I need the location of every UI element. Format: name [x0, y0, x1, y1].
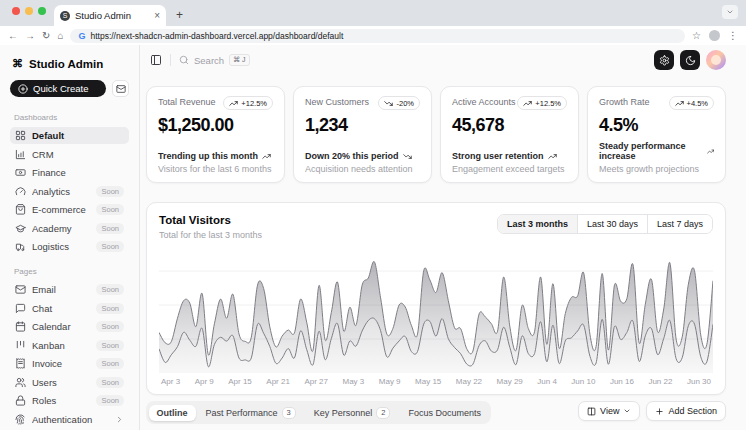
search-shortcut-kbd: ⌘ J [229, 54, 249, 66]
new-tab-button[interactable]: + [166, 8, 193, 26]
browser-tab[interactable]: S Studio Admin × [54, 5, 166, 26]
back-icon[interactable]: ← [8, 31, 18, 41]
x-tick: May 3 [342, 377, 364, 386]
sidebar-item-label: Chat [32, 303, 90, 314]
trend-delta: -20% [396, 99, 414, 108]
view-button[interactable]: View [578, 401, 640, 421]
sidebar-item-kanban[interactable]: Kanban Soon [10, 337, 129, 354]
search-placeholder: Search [194, 55, 224, 66]
range-last-30-days[interactable]: Last 30 days [577, 215, 647, 233]
settings-button[interactable] [654, 50, 674, 70]
stat-card-total-revenue: Total Revenue +12.5% $1,250.00 Trending … [146, 86, 285, 183]
stat-footer-title: Steady performance increase [599, 141, 703, 161]
sidebar-item-ecommerce[interactable]: E-commerce Soon [10, 201, 129, 218]
moon-icon [685, 55, 696, 66]
brand[interactable]: ⌘ Studio Admin [10, 55, 129, 80]
sidebar-item-roles[interactable]: Roles Soon [10, 392, 129, 409]
layout-grid-icon [15, 130, 26, 141]
topbar: Search ⌘ J [146, 45, 726, 75]
tab-past-performance[interactable]: Past Performance 3 [198, 404, 304, 422]
bottom-section: Outline Past Performance 3 Key Personnel… [146, 401, 726, 424]
sidebar-item-label: CRM [32, 149, 124, 160]
browser-profile-avatar[interactable] [709, 30, 720, 41]
mail-icon [116, 84, 126, 94]
home-icon[interactable]: ⌂ [57, 31, 63, 41]
minimize-window-button[interactable] [25, 7, 33, 15]
search-icon [179, 55, 189, 65]
x-tick: Jun 30 [687, 377, 711, 386]
forklift-icon [15, 241, 26, 252]
sidebar-item-calendar[interactable]: Calendar Soon [10, 318, 129, 335]
x-tick: Jun 16 [610, 377, 634, 386]
section-tabs: Outline Past Performance 3 Key Personnel… [146, 401, 491, 424]
add-section-button[interactable]: Add Section [646, 401, 726, 421]
sidebar-item-label: Roles [32, 395, 90, 406]
trending-up-icon [675, 99, 684, 108]
soon-badge: Soon [96, 223, 124, 234]
stat-value: $1,250.00 [158, 115, 273, 136]
tab-label: Key Personnel [314, 408, 373, 418]
soon-badge: Soon [96, 241, 124, 252]
total-visitors-card: Total Visitors Total for the last 3 mont… [146, 202, 726, 395]
bookmark-star-icon[interactable]: ☆ [692, 31, 701, 41]
tab-title: Studio Admin [75, 10, 149, 21]
tab-focus-documents[interactable]: Focus Documents [400, 405, 489, 421]
sidebar-item-logistics[interactable]: Logistics Soon [10, 238, 129, 255]
sidebar-item-label: Analytics [32, 186, 90, 197]
url-field[interactable]: G https://next-shadcn-admin-dashboard.ve… [70, 29, 685, 43]
sidebar-item-default[interactable]: Default [10, 127, 129, 144]
sidebar-item-invoice[interactable]: Invoice Soon [10, 355, 129, 372]
sidebar-item-users[interactable]: Users Soon [10, 374, 129, 391]
tab-list-chevron-icon[interactable] [722, 5, 738, 19]
inbox-button[interactable] [112, 80, 129, 97]
soon-badge: Soon [96, 377, 124, 388]
tab-close-icon[interactable]: × [154, 10, 160, 21]
soon-badge: Soon [96, 395, 124, 406]
sidebar-toggle-icon[interactable] [150, 54, 162, 66]
sidebar-item-authentication[interactable]: Authentication [10, 411, 129, 428]
x-tick: Apr 21 [266, 377, 290, 386]
search-input[interactable]: Search ⌘ J [179, 54, 250, 66]
trending-up-icon [707, 147, 714, 156]
lock-icon [15, 395, 26, 406]
receipt-icon [15, 358, 26, 369]
sidebar-item-email[interactable]: Email Soon [10, 281, 129, 298]
banknote-icon [15, 167, 26, 178]
user-avatar[interactable] [706, 50, 726, 70]
x-tick: Apr 15 [228, 377, 252, 386]
visitors-area-chart[interactable] [159, 253, 713, 373]
trend-delta: +12.5% [241, 99, 267, 108]
sidebar-item-crm[interactable]: CRM [10, 146, 129, 163]
sidebar-item-label: Authentication [32, 414, 109, 425]
tab-label: Outline [157, 408, 188, 418]
window-controls[interactable] [8, 0, 54, 26]
sidebar-item-label: Invoice [32, 358, 90, 369]
sidebar-group-label: Dashboards [14, 113, 125, 122]
sidebar-item-analytics[interactable]: Analytics Soon [10, 183, 129, 200]
soon-badge: Soon [96, 284, 124, 295]
quick-create-button[interactable]: Quick Create [10, 80, 106, 97]
browser-address-bar: ← → ↻ ⌂ G https://next-shadcn-admin-dash… [0, 26, 746, 45]
x-tick: Apr 27 [304, 377, 328, 386]
sidebar-group-label: Pages [14, 267, 125, 276]
trending-up-icon [523, 99, 532, 108]
sidebar-item-academy[interactable]: Academy Soon [10, 220, 129, 237]
range-last-3-months[interactable]: Last 3 months [498, 215, 577, 233]
maximize-window-button[interactable] [38, 7, 46, 15]
x-tick: Jun 4 [537, 377, 557, 386]
forward-icon[interactable]: → [25, 31, 35, 41]
trend-badge: -20% [378, 96, 420, 110]
sidebar-item-chat[interactable]: Chat Soon [10, 300, 129, 317]
range-last-7-days[interactable]: Last 7 days [647, 215, 712, 233]
message-square-icon [15, 303, 26, 314]
tab-outline[interactable]: Outline [149, 405, 196, 421]
sidebar-item-finance[interactable]: Finance [10, 164, 129, 181]
reload-icon[interactable]: ↻ [42, 31, 50, 41]
range-toggle-group: Last 3 months Last 30 days Last 7 days [497, 214, 713, 234]
close-window-button[interactable] [12, 7, 20, 15]
browser-menu-icon[interactable]: ⋮ [728, 31, 738, 41]
theme-toggle-button[interactable] [680, 50, 700, 70]
tab-key-personnel[interactable]: Key Personnel 2 [306, 404, 399, 422]
gauge-icon [15, 186, 26, 197]
trending-up-icon [229, 99, 238, 108]
